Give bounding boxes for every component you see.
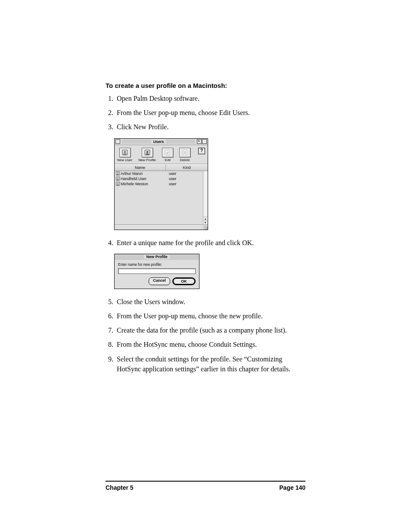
help-button[interactable]: ?	[198, 148, 205, 154]
user-row-icon	[115, 177, 121, 180]
user-kind: user	[165, 182, 208, 186]
table-row[interactable]: Michele Weston user	[115, 181, 208, 187]
users-titlebar: Users	[115, 139, 208, 145]
step-8: From the HotSync menu, choose Conduit Se…	[115, 339, 305, 349]
users-column-headers: Name Kind	[115, 164, 208, 171]
step-2: From the User pop-up menu, choose Edit U…	[115, 108, 305, 118]
new-profile-icon	[142, 148, 153, 157]
user-kind: user	[165, 171, 208, 176]
step-5: Close the Users window.	[115, 297, 305, 307]
new-user-icon	[119, 148, 131, 157]
new-profile-button[interactable]: New Profile	[138, 148, 156, 162]
footer-chapter: Chapter 5	[106, 484, 134, 491]
footer-divider	[106, 481, 305, 482]
step-4: Enter a unique name for the profile and …	[115, 238, 305, 248]
close-box[interactable]	[115, 139, 120, 144]
new-profile-prompt: Enter name for new profile:	[118, 262, 196, 267]
users-rows: Arthur Manzi user Handheld User user Mic…	[115, 171, 208, 225]
step-1: Open Palm Desktop software.	[115, 93, 305, 103]
new-user-button[interactable]: New User	[117, 148, 132, 162]
resize-handle[interactable]	[203, 225, 208, 230]
svg-point-11	[117, 183, 118, 184]
new-user-label: New User	[117, 158, 132, 162]
scroll-up-icon[interactable]: ▴	[203, 217, 208, 221]
step-9: Select the conduit settings for the prof…	[115, 354, 305, 374]
svg-point-3	[146, 151, 148, 152]
user-row-icon	[115, 182, 121, 186]
delete-icon	[179, 148, 190, 157]
column-header-name[interactable]: Name	[115, 165, 166, 171]
steps-list-cont-1: Enter a unique name for the profile and …	[106, 238, 305, 248]
user-kind: user	[165, 177, 208, 181]
zoom-box[interactable]	[197, 139, 202, 144]
step-3: Click New Profile.	[115, 122, 305, 132]
svg-point-1	[124, 151, 125, 152]
delete-button[interactable]: Delete	[179, 148, 190, 162]
step-7: Create the data for the profile (such as…	[115, 325, 305, 335]
edit-label: Edit	[165, 158, 171, 162]
new-profile-dialog: New Profile Enter name for new profile: …	[114, 254, 199, 289]
users-window: Users	[114, 138, 208, 230]
cancel-button[interactable]: Cancel	[149, 277, 170, 285]
figure-new-profile-dialog: New Profile Enter name for new profile: …	[114, 254, 305, 289]
new-profile-titlebar: New Profile	[115, 254, 199, 260]
users-statusbar	[115, 225, 208, 230]
scrollbar[interactable]: ▴ ▾	[203, 171, 208, 224]
scroll-down-icon[interactable]: ▾	[203, 221, 208, 224]
column-header-kind[interactable]: Kind	[166, 165, 208, 171]
steps-list-cont-2: Close the Users window. From the User po…	[106, 297, 305, 374]
section-heading: To create a user profile on a Macintosh:	[106, 82, 305, 89]
window-title: Users	[151, 140, 165, 144]
figure-users-window: Users	[114, 138, 305, 230]
delete-label: Delete	[180, 158, 190, 162]
user-name: Handheld User	[121, 177, 165, 181]
titlebar-right-boxes	[197, 139, 207, 144]
new-profile-label: New Profile	[138, 158, 156, 162]
table-row[interactable]: Arthur Manzi user	[115, 171, 208, 176]
user-name: Arthur Manzi	[121, 171, 165, 176]
profile-name-field[interactable]	[118, 268, 196, 274]
step-6: From the User pop-up menu, choose the ne…	[115, 311, 305, 321]
collapse-box[interactable]	[202, 139, 207, 144]
ok-button[interactable]: OK	[173, 278, 195, 284]
user-name: Michele Weston	[121, 182, 165, 186]
edit-icon	[162, 148, 173, 157]
document-page: To create a user profile on a Macintosh:…	[0, 0, 411, 532]
titlebar-stripes: Users	[122, 140, 195, 144]
users-toolbar: New User New Profile	[115, 145, 208, 164]
new-profile-title: New Profile	[144, 255, 169, 259]
steps-list: Open Palm Desktop software. From the Use…	[106, 93, 305, 132]
edit-button[interactable]: Edit	[162, 148, 173, 162]
user-row-icon	[115, 171, 121, 175]
footer-page: Page 140	[279, 484, 305, 491]
table-row[interactable]: Handheld User user	[115, 176, 208, 181]
svg-point-7	[117, 172, 118, 174]
page-footer: Chapter 5 Page 140	[106, 481, 305, 491]
svg-point-9	[117, 177, 118, 179]
